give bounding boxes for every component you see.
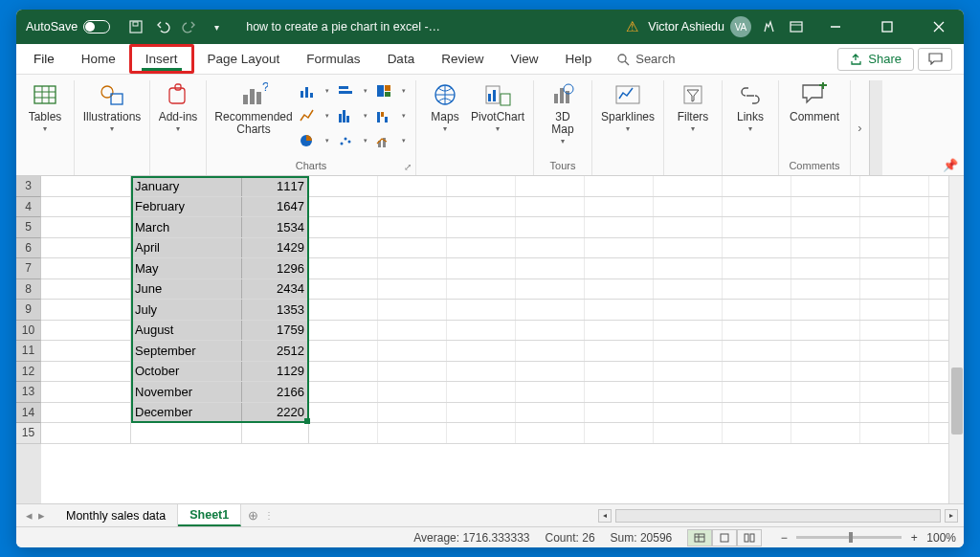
zoom-slider[interactable] [796,536,902,539]
minimize-button[interactable] [814,10,857,44]
table-row[interactable]: June2434 [41,279,948,301]
spreadsheet-grid[interactable]: 3456789101112131415 January1117February1… [16,176,964,503]
hscroll-right[interactable]: ▸ [945,509,958,523]
stat-chart-button[interactable]: ▾ [335,105,369,126]
ribbon-overflow[interactable]: › [850,80,869,175]
table-row[interactable]: April1429 [41,238,948,259]
scatter-chart-button[interactable]: ▾ [335,130,369,151]
sparklines-button[interactable]: Sparklines ▾ [600,80,656,133]
row-header[interactable]: 8 [16,279,41,301]
account-button[interactable]: Victor Ashiedu VA [648,16,751,37]
tab-page-layout[interactable]: Page Layout [194,44,294,74]
row-header[interactable]: 7 [16,258,41,279]
cells-area[interactable]: January1117February1647March1534April142… [41,176,948,503]
row-header[interactable]: 14 [16,403,41,424]
row-header[interactable]: 10 [16,321,41,342]
customize-qat-icon[interactable]: ▾ [208,18,225,35]
horizontal-scrollbar[interactable] [615,509,941,523]
zoom-in-button[interactable]: + [907,531,921,545]
autosave-switch-icon[interactable] [83,20,110,33]
row-header[interactable]: 13 [16,382,41,403]
addins-button[interactable]: Add-ins ▾ [158,80,198,133]
new-comment-button[interactable]: Comment [787,80,842,123]
tab-insert[interactable]: Insert [132,47,191,71]
sparklines-label: Sparklines [601,111,655,123]
row-header[interactable]: 5 [16,217,41,238]
tab-home[interactable]: Home [68,44,129,74]
combo-chart-button[interactable]: ▾ [373,130,408,151]
tab-help[interactable]: Help [551,44,605,74]
row-header[interactable]: 6 [16,238,41,259]
table-row[interactable]: August1759 [41,321,948,342]
table-row[interactable]: March1534 [41,217,948,238]
page-break-view-button[interactable] [737,529,762,546]
row-header[interactable]: 12 [16,362,41,383]
ribbon-display-icon[interactable] [788,18,805,35]
row-header[interactable]: 11 [16,341,41,362]
illustrations-button[interactable]: Illustrations ▾ [82,80,142,133]
table-row[interactable]: October1129 [41,362,948,383]
links-button[interactable]: Links ▾ [730,80,770,133]
maximize-button[interactable] [866,10,908,44]
collapse-bar[interactable] [869,80,882,175]
autosave-toggle[interactable]: AutoSave [16,20,120,33]
table-row[interactable]: December2220 [41,403,948,424]
row-header[interactable]: 3 [16,176,41,197]
autosave-label: AutoSave [26,20,78,33]
hierarchy-chart-button[interactable]: ▾ [373,80,408,101]
page-layout-view-button[interactable] [712,529,737,546]
tab-view[interactable]: View [497,44,551,74]
sheet-tab-0[interactable]: Monthly sales data [55,504,178,526]
hscroll-left[interactable]: ◂ [598,509,612,523]
coming-soon-icon[interactable] [761,18,778,35]
vscroll-thumb[interactable] [951,368,963,434]
table-row[interactable]: February1647 [41,197,948,218]
pie-chart-icon [299,133,316,148]
tab-data[interactable]: Data [374,44,429,74]
table-row[interactable]: May1296 [41,258,948,279]
pivotchart-button[interactable]: PivotChart ▾ [470,80,525,133]
3d-map-button[interactable]: 3D Map ▾ [542,80,584,145]
table-row[interactable] [41,423,948,444]
tab-review[interactable]: Review [428,44,497,74]
normal-view-button[interactable] [687,529,712,546]
pin-ribbon-icon[interactable]: 📌 [943,158,958,172]
table-row[interactable]: July1353 [41,300,948,321]
comments-toggle-button[interactable] [918,48,952,71]
charts-dialog-launcher[interactable]: ⤢ [404,162,412,172]
filters-button[interactable]: Filters ▾ [672,80,714,133]
column-chart-button[interactable]: ▾ [297,80,331,101]
row-header[interactable]: 9 [16,300,41,321]
svg-rect-45 [501,94,510,105]
row-header[interactable]: 15 [16,423,41,444]
bar-chart-button[interactable]: ▾ [335,80,369,101]
line-chart-button[interactable]: ▾ [297,105,331,126]
redo-icon[interactable] [181,18,198,35]
tab-file[interactable]: File [20,44,68,74]
save-icon[interactable] [127,18,145,35]
row-headers[interactable]: 3456789101112131415 [16,176,41,503]
warning-icon[interactable]: ⚠ [626,18,638,35]
sheet-tab-1[interactable]: Sheet1 [178,504,241,526]
zoom-out-button[interactable]: − [777,531,791,545]
search-input[interactable]: Search [616,52,675,66]
waterfall-chart-button[interactable]: ▾ [373,105,408,126]
add-sheet-button[interactable]: ⊕ [241,508,264,523]
table-row[interactable]: September2512 [41,341,948,362]
recommended-charts-button[interactable]: ? Recommended Charts [214,80,293,136]
table-row[interactable]: January1117 [41,176,948,197]
undo-icon[interactable] [154,18,171,35]
share-button[interactable]: Share [837,48,914,71]
tables-button[interactable]: Tables ▾ [24,80,66,133]
pie-chart-button[interactable]: ▾ [297,130,331,151]
shapes-icon [98,80,126,109]
tab-formulas[interactable]: Formulas [293,44,373,74]
svg-rect-19 [256,92,261,104]
table-row[interactable]: November2166 [41,382,948,403]
maps-button[interactable]: Maps ▾ [424,80,466,133]
close-button[interactable] [918,10,960,44]
sheet-nav[interactable]: ◂▸ [16,508,55,523]
vertical-scrollbar[interactable] [948,176,964,503]
row-header[interactable]: 4 [16,197,41,218]
zoom-level[interactable]: 100% [926,531,956,545]
